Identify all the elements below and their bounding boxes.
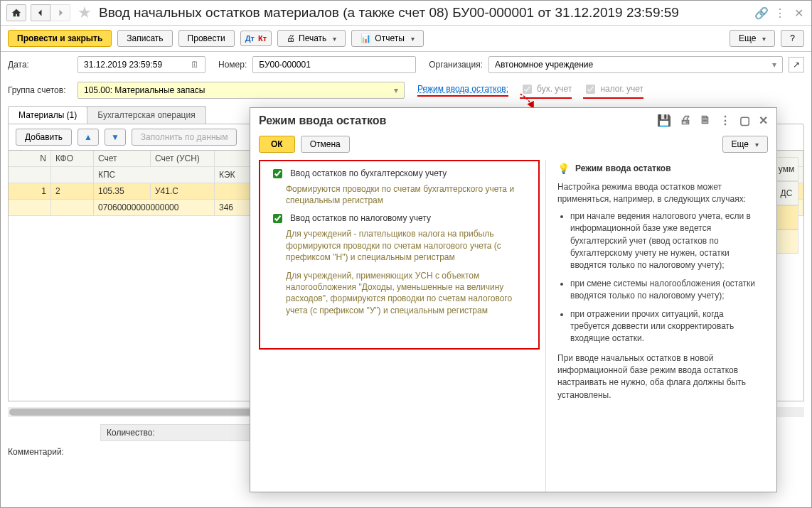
th-n: N bbox=[9, 151, 51, 167]
save-icon[interactable]: 💾 bbox=[657, 114, 671, 127]
opt1-label: Ввод остатков по бухгалтерскому учету bbox=[290, 168, 447, 178]
forward-button[interactable] bbox=[50, 4, 70, 21]
hint-li3: при отражении прочих ситуаций, когда тре… bbox=[570, 308, 765, 345]
group-input[interactable] bbox=[82, 85, 390, 96]
dialog-title: Режим ввода остатков bbox=[259, 114, 386, 127]
save-button[interactable]: Записать bbox=[117, 30, 172, 47]
back-button[interactable] bbox=[31, 4, 50, 21]
number-label: Номер: bbox=[218, 60, 247, 70]
preview-icon[interactable]: 🗎 bbox=[700, 114, 711, 127]
mode-link[interactable]: Режим ввода остатков: bbox=[417, 84, 508, 97]
hint-title: Режим ввода остатков bbox=[575, 163, 671, 173]
org-dropdown-icon[interactable]: ▾ bbox=[771, 60, 778, 70]
org-open-icon[interactable]: ↗ bbox=[789, 57, 804, 72]
mode-dialog: Режим ввода остатков 💾 🖨 🗎 ⋮ ▢ ✕ ОК Отме… bbox=[250, 107, 777, 492]
cell-usn: У41.С bbox=[151, 183, 215, 200]
print-button[interactable]: 🖨 Печать bbox=[277, 30, 346, 47]
org-label: Организация: bbox=[429, 60, 483, 70]
date-input[interactable] bbox=[82, 59, 186, 70]
move-down-button[interactable]: ▼ bbox=[105, 129, 126, 146]
dt-icon: Дт bbox=[245, 34, 255, 43]
maximize-icon[interactable]: ▢ bbox=[739, 114, 750, 127]
chart-icon: 📊 bbox=[360, 33, 371, 43]
ok-button[interactable]: ОК bbox=[259, 136, 295, 153]
post-and-close-button[interactable]: Провести и закрыть bbox=[8, 30, 112, 47]
group-label: Группа счетов: bbox=[8, 85, 72, 95]
th-kps: КПС bbox=[94, 167, 215, 183]
hint-intro: Настройка режима ввода остатков может пр… bbox=[557, 181, 765, 206]
opt2-desc1: Для учреждений - плательщиков налога на … bbox=[286, 228, 528, 263]
cell-kps: 07060000000000000 bbox=[94, 200, 215, 216]
hint-li1: при начале ведения налогового учета, есл… bbox=[570, 210, 765, 272]
reports-button[interactable]: 📊 Отчеты bbox=[351, 30, 423, 47]
opt2-desc2: Для учреждений, применяющих УСН с объект… bbox=[286, 270, 528, 316]
buh-checkbox[interactable]: бух. учет bbox=[520, 82, 572, 99]
help-button[interactable]: ? bbox=[781, 30, 804, 47]
qty-label: Количество: bbox=[107, 428, 155, 438]
th-usn: Счет (УСН) bbox=[151, 151, 215, 167]
cell-acc: 105.35 bbox=[94, 183, 151, 200]
home-button[interactable] bbox=[6, 4, 26, 21]
dt-kt-button[interactable]: ДтКт bbox=[240, 31, 272, 46]
th-kfo: КФО bbox=[51, 151, 94, 167]
opt-nal-checkbox[interactable]: Ввод остатков по налоговому учету bbox=[270, 213, 528, 225]
nal-label: налог. учет bbox=[600, 84, 643, 94]
th-sum-fragment: умм bbox=[774, 157, 798, 181]
date-label: Дата: bbox=[8, 60, 72, 70]
print-icon[interactable]: 🖨 bbox=[680, 114, 691, 127]
cell-kek: 346 bbox=[215, 200, 250, 216]
comment-label: Комментарий: bbox=[8, 447, 64, 457]
cancel-button[interactable]: Отмена bbox=[301, 136, 350, 153]
kebab-icon[interactable]: ⋮ bbox=[720, 114, 731, 127]
number-input[interactable] bbox=[257, 59, 411, 70]
reports-label: Отчеты bbox=[375, 33, 404, 43]
opt1-desc: Формируются проводки по счетам бухгалтер… bbox=[286, 183, 528, 206]
buh-label: бух. учет bbox=[537, 84, 572, 94]
post-button[interactable]: Провести bbox=[178, 30, 235, 47]
print-label: Печать bbox=[299, 33, 326, 43]
cell-n: 1 bbox=[9, 183, 51, 200]
hint-outro: При вводе начальных остатков в новой инф… bbox=[557, 352, 765, 402]
printer-icon: 🖨 bbox=[287, 33, 295, 43]
more-button[interactable]: Еще bbox=[730, 30, 775, 47]
cell-kfo: 2 bbox=[51, 183, 94, 200]
page-title: Ввод начальных остатков материалов (а та… bbox=[99, 5, 750, 21]
opt-buh-checkbox[interactable]: Ввод остатков по бухгалтерскому учету bbox=[270, 168, 528, 180]
move-up-button[interactable]: ▲ bbox=[78, 129, 99, 146]
fill-button[interactable]: Заполнить по данным bbox=[132, 129, 237, 146]
kebab-icon[interactable]: ⋮ bbox=[773, 6, 787, 20]
link-icon[interactable]: 🔗 bbox=[754, 6, 769, 20]
opt2-label: Ввод остатков по налоговому учету bbox=[290, 213, 431, 223]
tab-materials[interactable]: Материалы (1) bbox=[8, 106, 87, 124]
favorite-icon[interactable]: ★ bbox=[78, 4, 92, 22]
tab-bookkeeping[interactable]: Бухгалтерская операция bbox=[87, 106, 205, 124]
dialog-close-icon[interactable]: ✕ bbox=[759, 114, 768, 127]
add-row-button[interactable]: Добавить bbox=[16, 129, 72, 146]
hint-li2: при смене системы налогообложения (остат… bbox=[570, 278, 765, 303]
dialog-more-button[interactable]: Еще bbox=[722, 136, 768, 153]
bulb-icon: 💡 bbox=[557, 163, 570, 174]
nal-checkbox[interactable]: налог. учет bbox=[583, 82, 643, 99]
th-ds-fragment: ДС bbox=[774, 181, 798, 205]
calendar-icon[interactable]: 🗓 bbox=[189, 60, 201, 70]
org-input[interactable] bbox=[493, 59, 768, 70]
group-dropdown-icon[interactable]: ▾ bbox=[392, 85, 400, 95]
th-kek: КЭК bbox=[215, 167, 250, 183]
kt-icon: Кт bbox=[258, 34, 267, 43]
close-icon[interactable]: ✕ bbox=[791, 6, 806, 20]
th-acc: Счет bbox=[94, 151, 151, 167]
